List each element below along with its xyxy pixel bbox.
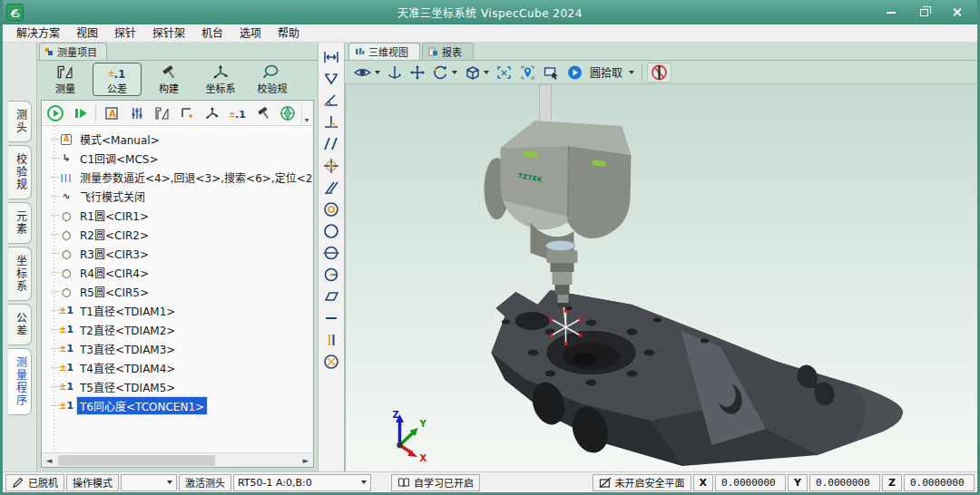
- axis-z-label: Z: [393, 410, 399, 420]
- verify-gauge-button[interactable]: 校验规: [248, 63, 297, 96]
- orbit-button[interactable]: [384, 63, 406, 82]
- coordinate-button[interactable]: [201, 102, 224, 124]
- coordinate-system-icon: [209, 63, 232, 81]
- gdt-distance-icon[interactable]: [319, 46, 343, 68]
- gdt-concentricity-icon[interactable]: [319, 199, 343, 220]
- rotate-view-button[interactable]: [429, 63, 460, 82]
- cube-icon: [464, 64, 481, 81]
- app-logo-icon: [6, 4, 24, 21]
- tree-item[interactable]: R4圆<CIR4>: [47, 263, 313, 282]
- measure-icon: [54, 63, 77, 81]
- run-program-button[interactable]: [44, 102, 67, 124]
- gdt-angle-icon[interactable]: [319, 90, 343, 112]
- side-tab[interactable]: 公差: [8, 304, 32, 345]
- gdt-profile-icon[interactable]: [319, 351, 343, 373]
- minimize-button[interactable]: [879, 5, 903, 21]
- verify-compass-button[interactable]: [276, 102, 299, 124]
- gdt-symmetry-icon[interactable]: [319, 329, 343, 351]
- tree-item[interactable]: T4直径<TDIAM4>: [47, 358, 313, 377]
- locate-pin-button[interactable]: [516, 63, 539, 82]
- tree-item[interactable]: R5圆<CIR5>: [47, 282, 313, 301]
- tree-item[interactable]: T6同心度<TCONCEN1>: [47, 396, 313, 415]
- tab-report[interactable]: 报表: [422, 43, 474, 60]
- box-select-button[interactable]: [540, 63, 563, 82]
- gdt-flatness-icon[interactable]: [319, 286, 343, 307]
- disable-collision-button[interactable]: [647, 63, 671, 82]
- tree-item[interactable]: R3圆<CIR3>: [47, 244, 313, 263]
- gdt-parallelism-icon[interactable]: [319, 133, 343, 155]
- scroll-left-arrow[interactable]: ◄: [42, 456, 56, 465]
- tree-item[interactable]: T1直径<TDIAM1>: [47, 301, 313, 320]
- restore-button[interactable]: [912, 5, 936, 21]
- side-tab[interactable]: 测量程序: [8, 348, 32, 415]
- menu-item[interactable]: 视图: [68, 24, 106, 43]
- measure-items-icon: [44, 47, 54, 56]
- tree-horizontal-scrollbar[interactable]: ◄ ►: [42, 452, 313, 467]
- gdt-position-icon[interactable]: [319, 155, 343, 177]
- circle-pick-button[interactable]: 圆拾取: [587, 63, 637, 82]
- gdt-diameter-icon[interactable]: [319, 242, 343, 264]
- workpiece[interactable]: [492, 290, 903, 466]
- tree-item[interactable]: R1圆<CIR1>: [47, 206, 313, 225]
- gdt-straightness-icon[interactable]: [319, 307, 343, 329]
- menu-item[interactable]: 解决方案: [8, 24, 68, 43]
- side-tab[interactable]: 测头: [8, 101, 32, 142]
- side-tab[interactable]: 元素: [8, 202, 32, 244]
- tree-item[interactable]: 测量参数逼近<4>,回退<3>,搜索<6>,定位<2>,定位加<2>,测: [47, 168, 313, 187]
- coordinate-system-button[interactable]: 坐标系: [196, 63, 245, 96]
- gdt-perpendicularity-icon[interactable]: [319, 112, 343, 133]
- tree-item-icon: [59, 305, 74, 317]
- side-tab[interactable]: 校验规: [8, 145, 32, 199]
- tree-item[interactable]: T5直径<TDIAM5>: [47, 377, 313, 396]
- side-tab[interactable]: 坐标系: [8, 247, 32, 301]
- tree-item-icon: [59, 228, 74, 241]
- probe-head[interactable]: TZTEK: [485, 84, 632, 325]
- tree-item[interactable]: T3直径<TDIAM3>: [47, 339, 313, 358]
- construct-button[interactable]: 构建: [144, 63, 193, 96]
- measure-params-button[interactable]: [125, 102, 149, 124]
- measure-button[interactable]: 测量: [41, 63, 90, 96]
- active-probe-dropdown[interactable]: RT50-1 A:0,B:0: [233, 474, 371, 491]
- pan-button[interactable]: [407, 63, 428, 82]
- menu-item[interactable]: 帮助: [270, 24, 308, 43]
- gdt-vee-angle-icon[interactable]: [319, 68, 343, 90]
- gdt-circularity-icon[interactable]: [319, 220, 343, 242]
- viewport-3d[interactable]: TZTEK: [345, 84, 977, 471]
- fit-view-button[interactable]: [493, 63, 515, 82]
- tree-item-label: 测量参数逼近<4>,回退<3>,搜索<6>,定位<2>,定位加<2>,测: [77, 169, 313, 186]
- step-run-button[interactable]: [69, 102, 93, 124]
- tree-item[interactable]: R2圆<CIR2>: [47, 225, 313, 244]
- tolerance-small-button[interactable]: ±.1: [226, 102, 250, 124]
- scroll-thumb[interactable]: [58, 455, 215, 466]
- tree-item[interactable]: 飞行模式关闭: [47, 187, 313, 206]
- measure-small-button[interactable]: [151, 102, 174, 124]
- menu-item[interactable]: 选项: [231, 24, 270, 43]
- cube-view-button[interactable]: [461, 63, 492, 82]
- construct-small-button[interactable]: [251, 102, 275, 124]
- view-eye-button[interactable]: [350, 63, 383, 82]
- tree-item-label: T5直径<TDIAM5>: [77, 378, 178, 395]
- tolerance-button[interactable]: ± .1 公差: [93, 63, 142, 96]
- tree-item[interactable]: C1回调<MCS>: [47, 149, 313, 168]
- corner-snap-button[interactable]: [176, 102, 200, 124]
- close-button[interactable]: [945, 5, 968, 21]
- tab-3d-view[interactable]: 三维视图: [348, 43, 420, 60]
- menu-item[interactable]: 探针架: [144, 24, 193, 43]
- tolerance-icon: ± .1: [104, 63, 130, 81]
- statusbar: 已脱机 操作模式 激活测头 RT50-1 A:0,B:0 自学习已开启 未开启安…: [3, 471, 977, 492]
- gdt-angularity-icon[interactable]: [319, 177, 343, 199]
- tree-item[interactable]: T2直径<TDIAM2>: [47, 320, 313, 339]
- tree-item-label: C1回调<MCS>: [77, 150, 161, 167]
- gdt-radius-icon[interactable]: [319, 264, 343, 286]
- tab-measure-items[interactable]: 测量项目: [39, 43, 107, 60]
- mode-button[interactable]: A: [100, 102, 123, 124]
- op-mode-dropdown[interactable]: [121, 474, 177, 491]
- tree-item[interactable]: 模式<Manual>: [47, 130, 313, 149]
- program-tree: 模式<Manual> C1回调<MCS>: [42, 126, 313, 452]
- toolbar-overflow-button[interactable]: ▾: [301, 102, 311, 124]
- play-measure-button[interactable]: [564, 63, 586, 82]
- scroll-right-arrow[interactable]: ►: [299, 456, 313, 465]
- menu-item[interactable]: 机台: [193, 24, 231, 43]
- menu-item[interactable]: 探针: [106, 24, 144, 43]
- cmm-3d-scene[interactable]: TZTEK: [346, 84, 977, 471]
